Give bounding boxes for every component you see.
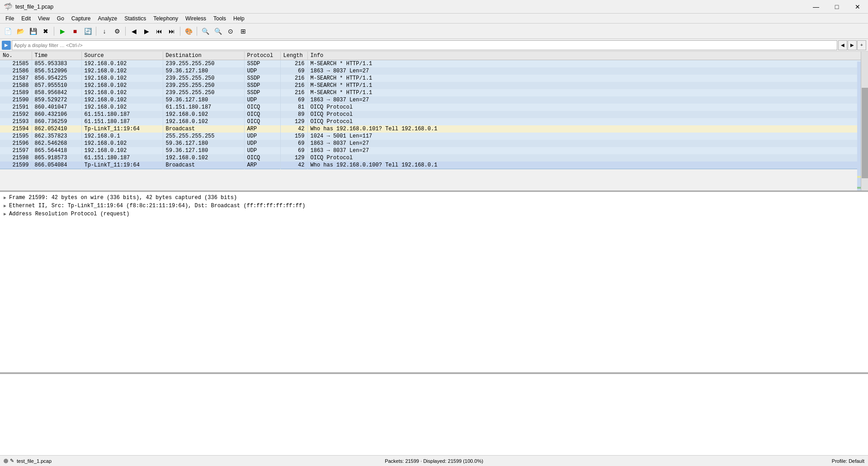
table-cell: OICQ Protocol (307, 111, 868, 118)
menu-item-tools[interactable]: Tools (210, 14, 230, 23)
close-file-button[interactable]: ✖ (40, 25, 52, 37)
packet-detail: ▶Frame 21599: 42 bytes on wire (336 bits… (0, 192, 868, 374)
detail-row[interactable]: ▶Address Resolution Protocol (request) (0, 210, 868, 218)
zoom-in-button[interactable]: 🔍 (199, 25, 211, 37)
menu-item-file[interactable]: File (2, 14, 18, 23)
resize-columns-button[interactable]: ⊞ (237, 25, 249, 37)
restart-capture-button[interactable]: 🔄 (82, 25, 94, 37)
open-file-button[interactable]: 📂 (14, 25, 26, 37)
table-row[interactable]: 21592860.43210661.151.180.187192.168.0.1… (0, 111, 868, 118)
expand-arrow-icon: ▶ (4, 203, 6, 209)
zoom-normal-button[interactable]: ⊙ (225, 25, 236, 37)
filter-add-button[interactable]: + (857, 40, 866, 50)
table-cell: M-SEARCH * HTTP/1.1 (307, 89, 868, 96)
col-dest[interactable]: Destination (163, 52, 244, 60)
table-cell: 59.36.127.180 (163, 147, 244, 154)
table-cell: 216 (280, 82, 307, 89)
table-cell: 21587 (0, 75, 32, 82)
color-strip-blue2 (857, 178, 861, 187)
table-row[interactable]: 21598865.91857361.151.180.187192.168.0.1… (0, 154, 868, 162)
table-row[interactable]: 21597865.564418192.168.0.10259.36.127.18… (0, 147, 868, 154)
table-row[interactable]: 21585855.953383192.168.0.102239.255.255.… (0, 60, 868, 68)
table-cell: M-SEARCH * HTTP/1.1 (307, 60, 868, 68)
close-button[interactable]: ✕ (847, 0, 868, 14)
table-row[interactable]: 21590859.529272192.168.0.10259.36.127.18… (0, 96, 868, 104)
menu-item-help[interactable]: Help (230, 14, 248, 23)
table-row[interactable]: 21589858.956842192.168.0.102239.255.255.… (0, 89, 868, 96)
table-cell: 216 (280, 89, 307, 96)
table-row[interactable]: 21596862.546268192.168.0.10259.36.127.18… (0, 140, 868, 147)
menu-item-analyze[interactable]: Analyze (94, 14, 121, 23)
table-cell: Broadcast (163, 125, 244, 133)
table-row[interactable]: 21588857.955510192.168.0.102239.255.255.… (0, 82, 868, 89)
capture-options-button[interactable]: ⚙ (111, 25, 123, 37)
table-cell: OICQ (244, 104, 280, 111)
filter-next-button[interactable]: ▶ (848, 40, 857, 50)
maximize-button[interactable]: □ (826, 0, 847, 14)
last-packet-button[interactable]: ⏭ (166, 25, 178, 37)
table-cell: M-SEARCH * HTTP/1.1 (307, 75, 868, 82)
table-row[interactable]: 21586856.512096192.168.0.10259.36.127.18… (0, 67, 868, 75)
table-cell: 69 (280, 140, 307, 147)
col-time[interactable]: Time (32, 52, 81, 60)
new-file-button[interactable]: 📄 (2, 25, 14, 37)
start-capture-button[interactable]: ▶ (57, 25, 68, 37)
display-filter-input[interactable] (12, 40, 837, 50)
scroll-live-button[interactable]: ↓ (99, 25, 110, 37)
col-len[interactable]: Length (280, 52, 307, 60)
table-cell: 866.054084 (32, 162, 81, 169)
table-cell: 21593 (0, 118, 32, 125)
packet-list-scrollbar[interactable] (861, 52, 868, 190)
stop-capture-button[interactable]: ■ (69, 25, 81, 37)
menu-item-statistics[interactable]: Statistics (121, 14, 150, 23)
table-row[interactable]: 21593860.73625961.151.180.187192.168.0.1… (0, 118, 868, 125)
table-cell: 69 (280, 147, 307, 154)
packet-table-body: 21585855.953383192.168.0.102239.255.255.… (0, 60, 868, 169)
table-cell: 192.168.0.102 (163, 154, 244, 162)
prev-packet-button[interactable]: ◀ (128, 25, 140, 37)
colorize-button[interactable]: 🎨 (183, 25, 194, 37)
status-icons: ✎ (4, 458, 14, 464)
detail-row[interactable]: ▶Frame 21599: 42 bytes on wire (336 bits… (0, 194, 868, 202)
zoom-out-button[interactable]: 🔍 (212, 25, 224, 37)
table-row[interactable]: 21599866.054084Tp-LinkT_11:19:64Broadcas… (0, 162, 868, 169)
table-cell: M-SEARCH * HTTP/1.1 (307, 82, 868, 89)
menu-item-go[interactable]: Go (53, 14, 68, 23)
toolbar: 📄 📂 💾 ✖ ▶ ■ 🔄 ↓ ⚙ ◀ ▶ ⏮ ⏭ 🎨 🔍 🔍 ⊙ ⊞ (0, 24, 868, 39)
status-filename: test_file_1.pcap (17, 458, 52, 464)
table-row[interactable]: 21595862.357823192.168.0.1255.255.255.25… (0, 133, 868, 140)
col-proto[interactable]: Protocol (244, 52, 280, 60)
next-packet-button[interactable]: ▶ (141, 25, 152, 37)
status-dot-gray (4, 459, 8, 463)
menu-item-view[interactable]: View (34, 14, 53, 23)
table-cell: 216 (280, 60, 307, 68)
save-file-button[interactable]: 💾 (27, 25, 39, 37)
detail-row[interactable]: ▶Ethernet II, Src: Tp-LinkT_11:19:64 (f8… (0, 202, 868, 210)
table-cell: OICQ Protocol (307, 118, 868, 125)
menu-item-capture[interactable]: Capture (68, 14, 94, 23)
table-cell: OICQ (244, 118, 280, 125)
menu-item-edit[interactable]: Edit (18, 14, 34, 23)
filter-prev-button[interactable]: ◀ (838, 40, 847, 50)
table-cell: 159 (280, 133, 307, 140)
menu-item-telephony[interactable]: Telephony (150, 14, 182, 23)
title-bar: 🦈 test_file_1.pcap — □ ✕ (0, 0, 868, 14)
table-cell: 61.151.180.187 (163, 104, 244, 111)
minimize-button[interactable]: — (806, 0, 826, 14)
status-edit-icon: ✎ (10, 458, 14, 464)
col-no[interactable]: No. (0, 52, 32, 60)
first-packet-button[interactable]: ⏮ (153, 25, 165, 37)
col-source[interactable]: Source (81, 52, 163, 60)
color-strip-blue3 (857, 189, 861, 190)
menu-item-wireless[interactable]: Wireless (182, 14, 210, 23)
table-cell: 61.151.180.187 (81, 118, 163, 125)
menu-bar: FileEditViewGoCaptureAnalyzeStatisticsTe… (0, 14, 868, 24)
table-row[interactable]: 21594862.052410Tp-LinkT_11:19:64Broadcas… (0, 125, 868, 133)
col-info[interactable]: Info (307, 52, 868, 60)
table-cell: 239.255.255.250 (163, 82, 244, 89)
table-cell: 862.357823 (32, 133, 81, 140)
table-row[interactable]: 21591860.401047192.168.0.10261.151.180.1… (0, 104, 868, 111)
table-row[interactable]: 21587856.954225192.168.0.102239.255.255.… (0, 75, 868, 82)
table-cell: 61.151.180.187 (81, 111, 163, 118)
status-left: ✎ test_file_1.pcap (4, 458, 219, 464)
